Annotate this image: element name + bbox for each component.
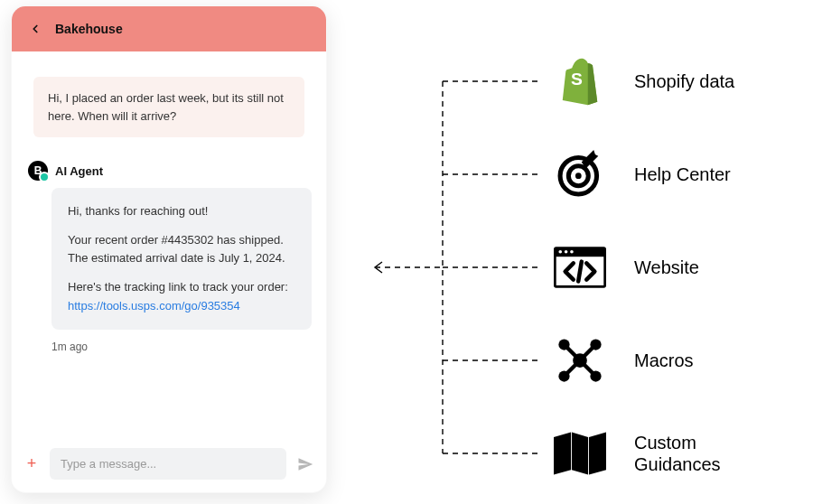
user-message-bubble: Hi, I placed an order last week, but its…	[33, 77, 304, 137]
agent-avatar: B	[28, 161, 48, 181]
brand-name: Bakehouse	[55, 22, 123, 36]
svg-point-13	[558, 250, 562, 254]
agent-paragraph: Your recent order #4435302 has shipped. …	[68, 231, 295, 267]
send-icon[interactable]	[295, 456, 315, 472]
code-window-icon	[551, 238, 609, 296]
attach-button[interactable]: +	[23, 454, 41, 473]
source-label: Shopify data	[634, 70, 734, 92]
source-website: Website	[551, 238, 699, 296]
source-guidances: Custom Guidances	[551, 425, 779, 482]
agent-paragraph: Hi, thanks for reaching out!	[68, 202, 295, 220]
svg-text:S: S	[571, 70, 583, 89]
source-macros: Macros	[551, 331, 694, 389]
source-label: Website	[634, 257, 699, 278]
map-icon	[551, 425, 609, 482]
chat-widget: Bakehouse Hi, I placed an order last wee…	[11, 5, 327, 493]
chat-input-row: +	[12, 439, 326, 492]
svg-line-25	[580, 360, 596, 377]
source-shopify: S Shopify data	[551, 52, 734, 110]
agent-block: B AI Agent Hi, thanks for reaching out! …	[26, 161, 312, 353]
agent-header: B AI Agent	[26, 161, 312, 181]
agent-name-label: AI Agent	[55, 164, 103, 178]
svg-point-10	[575, 173, 582, 179]
source-label: Custom Guidances	[634, 432, 779, 475]
svg-line-22	[565, 345, 581, 361]
source-label: Help Center	[634, 163, 731, 185]
message-timestamp: 1m ago	[51, 341, 312, 353]
svg-point-14	[565, 250, 568, 254]
message-input[interactable]	[50, 448, 286, 480]
source-help-center: Help Center	[551, 145, 731, 203]
svg-line-24	[565, 360, 581, 377]
chat-body: Hi, I placed an order last week, but its…	[12, 51, 326, 439]
agent-text: Here's the tracking link to track your o…	[68, 280, 288, 294]
tracking-link[interactable]: https://tools.usps.com/go/935354	[68, 299, 240, 313]
agent-message-bubble: Hi, thanks for reaching out! Your recent…	[51, 188, 312, 330]
shopify-icon: S	[551, 52, 609, 110]
source-label: Macros	[634, 350, 694, 371]
svg-line-23	[580, 345, 596, 361]
back-icon[interactable]	[26, 20, 44, 38]
target-icon	[551, 145, 609, 203]
chat-header: Bakehouse	[12, 6, 326, 51]
svg-point-15	[570, 250, 574, 254]
network-icon	[551, 331, 609, 389]
agent-paragraph: Here's the tracking link to track your o…	[68, 278, 295, 314]
